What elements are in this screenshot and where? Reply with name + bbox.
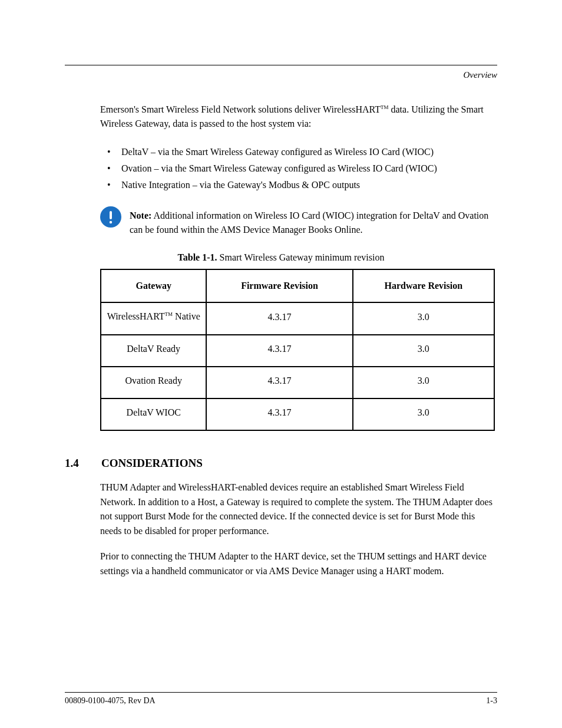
section-number: 1.4 (65, 457, 99, 470)
bullet-text: Native Integration – via the Gateway's M… (121, 178, 497, 193)
col-header-gateway: Gateway (101, 270, 207, 303)
footer-doc-id: 00809-0100-4075, Rev DA (65, 696, 156, 706)
tm-mark: TM (381, 104, 389, 110)
list-item: • Native Integration – via the Gateway's… (107, 178, 497, 193)
tm-mark: TM (165, 311, 173, 317)
note-callout: Note: Additional information on Wireless… (100, 206, 497, 237)
note-text: Note: Additional information on Wireless… (130, 206, 497, 237)
col-header-hardware: Hardware Revision (353, 270, 494, 303)
footer-rule (65, 692, 497, 693)
caption-label: Table 1-1. (178, 252, 220, 262)
list-item: • Ovation – via the Smart Wireless Gatew… (107, 162, 497, 176)
table-row: WirelessHARTTM Native 4.3.17 3.0 (101, 303, 494, 334)
cell-hardware: 3.0 (353, 398, 494, 430)
cell-firmware: 4.3.17 (207, 367, 353, 398)
header-section-title: Overview (65, 70, 497, 80)
table-row: DeltaV Ready 4.3.17 3.0 (101, 335, 494, 367)
cell-hardware: 3.0 (353, 303, 494, 334)
cell-text-pre: Wireless (107, 312, 140, 322)
bullet-dot: • (107, 145, 121, 160)
body-paragraph-2: Prior to connecting the THUM Adapter to … (100, 549, 497, 579)
intro-text-before: Emerson's Smart Wireless Field Network s… (100, 104, 355, 114)
table-header-row: Gateway Firmware Revision Hardware Revis… (101, 270, 494, 303)
cell-hart: HART (140, 312, 165, 322)
cell-firmware: 4.3.17 (207, 398, 353, 430)
bullet-text: Ovation – via the Smart Wireless Gateway… (121, 162, 497, 176)
section-title: CONSIDERATIONS (101, 457, 203, 469)
spec-table: Gateway Firmware Revision Hardware Revis… (100, 269, 495, 430)
intro-paragraph: Emerson's Smart Wireless Field Network s… (100, 103, 497, 131)
table-row: Ovation Ready 4.3.17 3.0 (101, 367, 494, 398)
bullet-text: DeltaV – via the Smart Wireless Gateway … (121, 145, 497, 160)
body-paragraph-1: THUM Adapter and WirelessHART-enabled de… (100, 480, 497, 539)
hart-word: HART (355, 104, 381, 114)
caption-text: Smart Wireless Gateway minimum revision (220, 252, 385, 262)
table-caption: Table 1-1. Smart Wireless Gateway minimu… (65, 252, 497, 263)
note-label: Note: (130, 210, 151, 220)
bullet-dot: • (107, 178, 121, 193)
cell-gateway: DeltaV Ready (101, 335, 207, 367)
cell-firmware: 4.3.17 (207, 303, 353, 334)
list-item: • DeltaV – via the Smart Wireless Gatewa… (107, 145, 497, 160)
svg-rect-0 (110, 211, 112, 219)
cell-hardware: 3.0 (353, 367, 494, 398)
svg-point-1 (110, 221, 112, 223)
table-row: DeltaV WIOC 4.3.17 3.0 (101, 398, 494, 430)
cell-text-post: Native (173, 312, 200, 322)
cell-gateway: DeltaV WIOC (101, 398, 207, 430)
cell-hardware: 3.0 (353, 335, 494, 367)
header-rule (65, 65, 497, 65)
page-footer: 00809-0100-4075, Rev DA 1-3 (65, 692, 497, 706)
bullet-dot: • (107, 162, 121, 176)
note-body: Additional information on Wireless IO Ca… (130, 210, 488, 235)
cell-gateway: WirelessHARTTM Native (101, 303, 207, 334)
alert-icon (100, 206, 121, 228)
col-header-firmware: Firmware Revision (207, 270, 353, 303)
bullet-list: • DeltaV – via the Smart Wireless Gatewa… (107, 145, 497, 192)
footer-page-number: 1-3 (486, 696, 497, 706)
cell-firmware: 4.3.17 (207, 335, 353, 367)
section-heading: 1.4 CONSIDERATIONS (65, 457, 497, 470)
cell-gateway: Ovation Ready (101, 367, 207, 398)
